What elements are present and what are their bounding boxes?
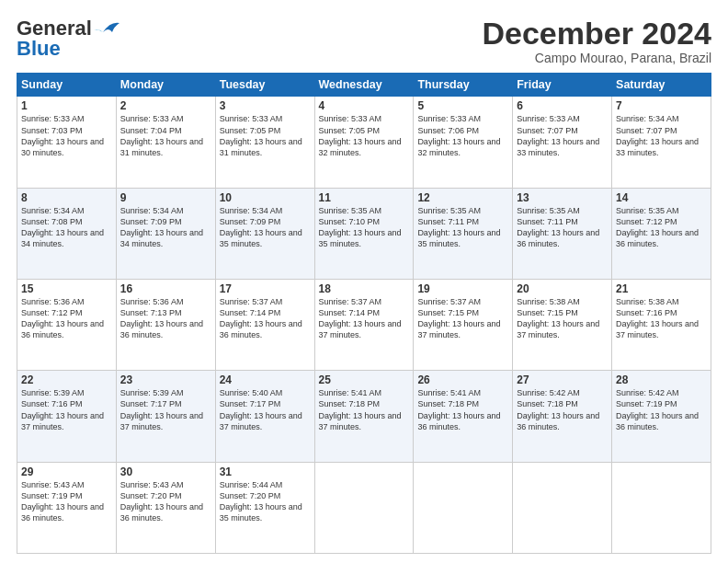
daylight-label: Daylight: 13 hours and 36 minutes. (517, 228, 599, 248)
day-number: 6 (517, 99, 608, 112)
daylight-label: Daylight: 13 hours and 33 minutes. (517, 137, 599, 157)
calendar-empty-cell (414, 462, 513, 553)
daylight-label: Daylight: 13 hours and 32 minutes. (417, 137, 500, 157)
day-number: 23 (120, 373, 211, 386)
sunrise-label: Sunrise: 5:33 AM (21, 114, 85, 123)
day-number: 2 (120, 99, 211, 112)
sunset-label: Sunset: 7:04 PM (120, 126, 182, 135)
sunset-label: Sunset: 7:07 PM (517, 126, 578, 135)
day-number: 14 (616, 191, 707, 204)
calendar-day-11: 11 Sunrise: 5:35 AM Sunset: 7:10 PM Dayl… (314, 188, 414, 279)
day-number: 21 (616, 282, 707, 295)
calendar-week-2: 8 Sunrise: 5:34 AM Sunset: 7:08 PM Dayli… (17, 188, 711, 279)
sunrise-label: Sunrise: 5:44 AM (220, 480, 283, 489)
sunset-label: Sunset: 7:11 PM (517, 217, 578, 226)
daylight-label: Daylight: 13 hours and 37 minutes. (319, 319, 402, 339)
sunrise-label: Sunrise: 5:37 AM (220, 297, 283, 306)
daylight-label: Daylight: 13 hours and 34 minutes. (21, 228, 104, 248)
sunset-label: Sunset: 7:18 PM (517, 399, 578, 408)
page: General Blue December 2024 Campo Mourao,… (0, 0, 728, 563)
calendar-header-row: SundayMondayTuesdayWednesdayThursdayFrid… (17, 74, 711, 97)
title-block: December 2024 Campo Mourao, Parana, Braz… (482, 17, 711, 65)
day-number: 22 (21, 373, 112, 386)
day-number: 7 (616, 99, 707, 112)
daylight-label: Daylight: 13 hours and 36 minutes. (120, 502, 203, 523)
header: General Blue December 2024 Campo Mourao,… (17, 17, 711, 65)
calendar-day-1: 1 Sunrise: 5:33 AM Sunset: 7:03 PM Dayli… (17, 97, 117, 188)
calendar-week-3: 15 Sunrise: 5:36 AM Sunset: 7:12 PM Dayl… (17, 280, 711, 371)
sunset-label: Sunset: 7:18 PM (319, 399, 381, 408)
calendar-day-13: 13 Sunrise: 5:35 AM Sunset: 7:11 PM Dayl… (513, 188, 612, 279)
daylight-label: Daylight: 13 hours and 36 minutes. (616, 228, 699, 248)
sunset-label: Sunset: 7:17 PM (120, 399, 182, 408)
calendar-week-4: 22 Sunrise: 5:39 AM Sunset: 7:16 PM Dayl… (17, 371, 711, 462)
sunrise-label: Sunrise: 5:35 AM (616, 206, 679, 215)
calendar-day-19: 19 Sunrise: 5:37 AM Sunset: 7:15 PM Dayl… (414, 280, 513, 371)
sunrise-label: Sunrise: 5:40 AM (220, 388, 283, 397)
logo-blue: Blue (17, 37, 61, 61)
day-number: 29 (21, 465, 112, 478)
day-number: 26 (417, 373, 508, 386)
logo-bird-icon (94, 19, 119, 38)
day-number: 13 (517, 191, 608, 204)
calendar-empty-cell (612, 462, 711, 553)
sunrise-label: Sunrise: 5:38 AM (616, 297, 679, 306)
day-number: 8 (21, 191, 112, 204)
daylight-label: Daylight: 13 hours and 37 minutes. (319, 411, 402, 431)
sunset-label: Sunset: 7:05 PM (220, 126, 281, 135)
calendar-table: SundayMondayTuesdayWednesdayThursdayFrid… (17, 73, 711, 554)
day-number: 31 (220, 465, 311, 478)
calendar-day-27: 27 Sunrise: 5:42 AM Sunset: 7:18 PM Dayl… (513, 371, 612, 462)
day-number: 28 (616, 373, 707, 386)
sunset-label: Sunset: 7:16 PM (21, 399, 83, 408)
calendar-header-saturday: Saturday (612, 74, 711, 97)
daylight-label: Daylight: 13 hours and 36 minutes. (517, 411, 599, 431)
calendar-day-28: 28 Sunrise: 5:42 AM Sunset: 7:19 PM Dayl… (612, 371, 711, 462)
sunrise-label: Sunrise: 5:34 AM (220, 206, 283, 215)
sunrise-label: Sunrise: 5:43 AM (21, 480, 85, 489)
day-number: 30 (120, 465, 211, 478)
sunset-label: Sunset: 7:11 PM (417, 217, 479, 226)
daylight-label: Daylight: 13 hours and 35 minutes. (319, 228, 402, 248)
day-number: 9 (120, 191, 211, 204)
day-number: 16 (120, 282, 211, 295)
daylight-label: Daylight: 13 hours and 37 minutes. (120, 411, 203, 431)
calendar-header-monday: Monday (116, 74, 215, 97)
sunrise-label: Sunrise: 5:33 AM (120, 114, 184, 123)
calendar-day-4: 4 Sunrise: 5:33 AM Sunset: 7:05 PM Dayli… (314, 97, 414, 188)
daylight-label: Daylight: 13 hours and 36 minutes. (21, 319, 104, 339)
sunrise-label: Sunrise: 5:35 AM (517, 206, 580, 215)
sunrise-label: Sunrise: 5:39 AM (120, 388, 184, 397)
sunrise-label: Sunrise: 5:36 AM (21, 297, 85, 306)
calendar-day-26: 26 Sunrise: 5:41 AM Sunset: 7:18 PM Dayl… (414, 371, 513, 462)
sunset-label: Sunset: 7:06 PM (417, 126, 479, 135)
calendar-header-sunday: Sunday (17, 74, 117, 97)
calendar-header-tuesday: Tuesday (215, 74, 314, 97)
calendar-day-9: 9 Sunrise: 5:34 AM Sunset: 7:09 PM Dayli… (116, 188, 215, 279)
month-title: December 2024 (482, 17, 711, 51)
daylight-label: Daylight: 13 hours and 37 minutes. (616, 319, 699, 339)
sunrise-label: Sunrise: 5:33 AM (517, 114, 580, 123)
calendar-week-1: 1 Sunrise: 5:33 AM Sunset: 7:03 PM Dayli… (17, 97, 711, 188)
daylight-label: Daylight: 13 hours and 37 minutes. (517, 319, 599, 339)
daylight-label: Daylight: 13 hours and 35 minutes. (220, 228, 302, 248)
calendar-day-2: 2 Sunrise: 5:33 AM Sunset: 7:04 PM Dayli… (116, 97, 215, 188)
logo: General Blue (17, 17, 119, 61)
calendar-empty-cell (513, 462, 612, 553)
sunset-label: Sunset: 7:05 PM (319, 126, 381, 135)
day-number: 12 (417, 191, 508, 204)
calendar-day-23: 23 Sunrise: 5:39 AM Sunset: 7:17 PM Dayl… (116, 371, 215, 462)
calendar-empty-cell (314, 462, 414, 553)
daylight-label: Daylight: 13 hours and 37 minutes. (220, 411, 302, 431)
location: Campo Mourao, Parana, Brazil (482, 51, 711, 65)
calendar-day-17: 17 Sunrise: 5:37 AM Sunset: 7:14 PM Dayl… (215, 280, 314, 371)
sunrise-label: Sunrise: 5:36 AM (120, 297, 184, 306)
daylight-label: Daylight: 13 hours and 37 minutes. (417, 319, 500, 339)
calendar-day-25: 25 Sunrise: 5:41 AM Sunset: 7:18 PM Dayl… (314, 371, 414, 462)
sunset-label: Sunset: 7:14 PM (220, 308, 281, 317)
sunrise-label: Sunrise: 5:34 AM (120, 206, 184, 215)
calendar-day-7: 7 Sunrise: 5:34 AM Sunset: 7:07 PM Dayli… (612, 97, 711, 188)
day-number: 17 (220, 282, 311, 295)
calendar-day-14: 14 Sunrise: 5:35 AM Sunset: 7:12 PM Dayl… (612, 188, 711, 279)
day-number: 4 (319, 99, 410, 112)
